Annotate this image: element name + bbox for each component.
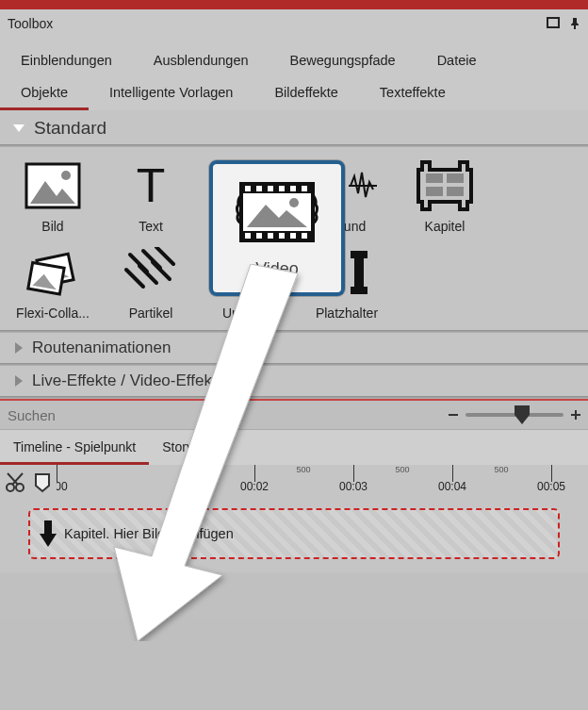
svg-rect-37 [44,520,52,536]
object-partikel-label: Partikel [129,305,173,321]
svg-text:T: T [137,162,166,209]
tab-dateien[interactable]: Dateie [416,45,498,77]
zoom-in-icon[interactable] [569,408,582,421]
svg-rect-8 [426,187,443,196]
svg-line-18 [139,266,156,283]
svg-rect-46 [290,186,296,191]
svg-rect-0 [547,18,559,27]
chapter-dropzone-text: Kapitel. Hier Bilder einfügen [64,526,234,541]
video-icon [234,178,320,250]
svg-rect-28 [351,287,368,294]
tab-bildeffekte[interactable]: Bildeffekte [253,77,358,110]
chapter-dropzone[interactable]: Kapitel. Hier Bilder einfügen [28,508,560,559]
timeline-footer [0,572,588,619]
text-icon: T [121,160,181,211]
tab-ausblendungen[interactable]: Ausblendungen [133,45,270,77]
svg-point-3 [61,171,71,180]
panel-title: Toolbox [8,16,53,31]
chevron-right-icon [15,342,23,354]
section-live-label: Live-Effekte / Video-Effekte [32,372,225,390]
svg-rect-44 [268,186,273,191]
zoom-thumb[interactable] [514,405,530,428]
svg-rect-7 [447,173,464,183]
chapter-icon [415,160,475,211]
tab-bewegungspfade[interactable]: Bewegungspfade [270,45,416,77]
object-kapitel[interactable]: Kapitel [396,157,494,243]
tab-einblendungen[interactable]: Einblendungen [0,45,133,77]
ruler-minor-label: 500 [494,465,508,474]
collage-icon [23,247,83,298]
tabs-primary: Einblendungen Ausblendungen Bewegungspfa… [0,38,588,77]
object-platzhalter-label: Platzhalter [316,305,378,321]
svg-rect-43 [256,186,262,191]
timeline-ruler[interactable]: 0:0000:0200:0300:0400:05500500500 [57,465,588,501]
section-routen-label: Routenanimationen [32,338,171,357]
section-live-header[interactable]: Live-Effekte / Video-Effekte [0,366,588,396]
panel-header: Toolbox [0,9,588,38]
section-standard-header[interactable]: Standard [0,110,588,144]
editor-tabs: Timeline - Spielpunkt Storyboard [0,429,588,465]
cut-tool-icon[interactable] [2,470,28,496]
svg-rect-48 [245,233,251,239]
svg-line-16 [156,247,173,264]
particle-icon [121,247,181,298]
svg-rect-51 [279,233,285,239]
tabs-secondary: Objekte Intelligente Vorlagen Bildeffekt… [0,77,588,110]
image-icon [23,160,83,211]
arrow-down-icon [40,520,57,547]
object-video-highlight[interactable]: Video [209,160,345,296]
svg-rect-49 [256,233,262,239]
svg-rect-42 [245,186,251,191]
ruler-tick-label: 00:03 [339,480,368,493]
svg-line-19 [153,262,170,279]
object-bild-label: Bild [41,219,63,234]
tab-intelligente-vorlagen[interactable]: Intelligente Vorlagen [89,77,253,110]
svg-rect-9 [447,187,464,196]
svg-rect-32 [575,410,577,420]
object-flexi-collage[interactable]: Flexi-Colla... [4,243,102,330]
svg-point-55 [289,198,299,207]
object-untertitel-label: Untertitel [222,305,275,321]
object-text-label: Text [139,219,163,234]
ruler-tick-label: 00:04 [438,480,466,493]
app-topbar [0,0,588,9]
tab-storyboard[interactable]: Storyboard [149,430,239,465]
ruler-tick-label: 00:05 [537,480,565,493]
svg-rect-45 [279,186,285,191]
svg-rect-52 [290,233,296,239]
svg-rect-6 [426,173,443,183]
object-bild[interactable]: Bild [4,157,102,243]
ruler-minor-label: 500 [296,465,310,474]
timeline-area: Kapitel. Hier Bilder einfügen [0,501,588,572]
marker-tool-icon[interactable] [30,470,57,496]
svg-rect-29 [449,414,458,416]
ruler-tick-label: 00:02 [240,480,269,493]
tab-objekte[interactable]: Objekte [0,77,89,110]
svg-rect-26 [351,251,368,258]
chevron-down-icon [13,124,24,132]
section-routen-header[interactable]: Routenanimationen [0,333,588,363]
search-row [0,399,588,429]
object-text[interactable]: T Text [102,157,200,243]
svg-marker-38 [40,534,57,547]
svg-marker-30 [514,405,530,424]
object-kapitel-label: Kapitel [425,219,466,234]
svg-line-17 [126,270,143,287]
object-partikel[interactable]: Partikel [102,243,200,330]
tab-timeline[interactable]: Timeline - Spielpunkt [0,430,149,465]
zoom-track[interactable] [466,413,564,417]
zoom-out-icon[interactable] [447,408,460,421]
svg-rect-47 [302,186,307,191]
svg-rect-50 [268,233,273,239]
object-flexi-collage-label: Flexi-Colla... [16,305,90,321]
section-standard-label: Standard [34,118,106,139]
timeline-ruler-row: 0:0000:0200:0300:0400:05500500500 [0,465,588,501]
tab-texteffekte[interactable]: Texteffekte [359,77,466,110]
search-input[interactable] [0,401,447,429]
ruler-minor-label: 500 [395,465,409,474]
chevron-right-icon [15,375,23,387]
object-video-label: Video [255,259,299,279]
pin-icon[interactable] [569,17,580,30]
maximize-icon[interactable] [547,17,560,30]
zoom-slider[interactable] [447,408,588,421]
